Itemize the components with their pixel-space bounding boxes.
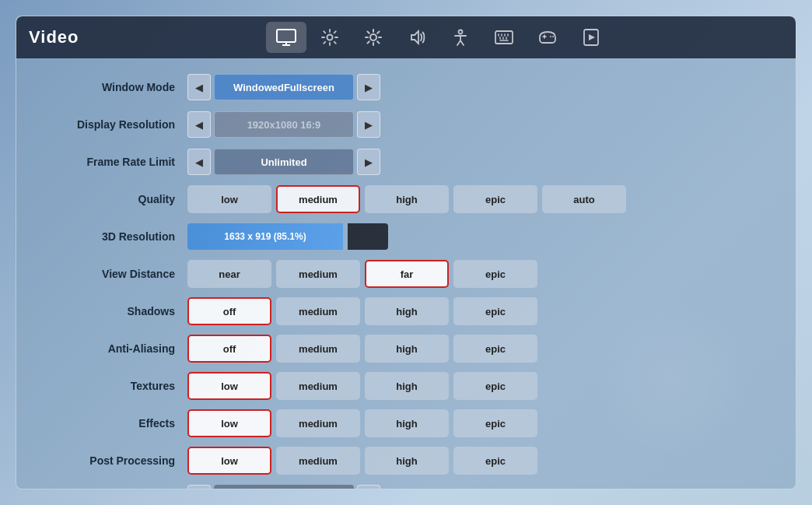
window-mode-value: WindowedFullscreen — [214, 74, 354, 100]
anti-aliasing-high[interactable]: high — [365, 335, 449, 363]
anti-aliasing-label: Anti-Aliasing — [47, 342, 187, 355]
svg-line-12 — [368, 41, 369, 43]
svg-line-9 — [368, 32, 369, 33]
shadows-epic[interactable]: epic — [453, 297, 537, 325]
window-mode-prev[interactable]: ◀ — [187, 74, 211, 100]
display-resolution-prev[interactable]: ◀ — [187, 111, 211, 138]
svg-point-26 — [552, 36, 554, 37]
frame-rate-selector: ◀ Unlimited ▶ — [187, 149, 380, 175]
quality-auto[interactable]: auto — [542, 185, 626, 213]
quality-low[interactable]: low — [187, 185, 271, 213]
page-title: Video — [29, 27, 79, 47]
settings-content: Window Mode ◀ WindowedFullscreen ▶ Displ… — [16, 58, 796, 489]
nav-tabs — [95, 22, 783, 53]
resolution-3d-bar[interactable]: 1633 x 919 (85.1%) — [187, 223, 343, 250]
frame-rate-label: Frame Rate Limit — [47, 156, 187, 168]
svg-line-11 — [377, 32, 379, 33]
tab-keyboard[interactable] — [484, 22, 524, 53]
quality-high[interactable]: high — [365, 185, 449, 213]
svg-rect-0 — [277, 30, 296, 42]
textures-medium[interactable]: medium — [276, 372, 360, 400]
anti-aliasing-group: off medium high epic — [187, 335, 537, 363]
post-processing-label: Post Processing — [47, 454, 187, 467]
navbar: Video — [16, 16, 796, 58]
main-window: Video — [16, 16, 796, 489]
quality-medium[interactable]: medium — [276, 185, 360, 213]
vsync-row: Vsync ◀ Off ▶ — [47, 483, 765, 489]
quality-label: Quality — [47, 193, 187, 205]
anti-aliasing-row: Anti-Aliasing off medium high epic — [47, 334, 765, 363]
frame-rate-next[interactable]: ▶ — [357, 149, 380, 175]
anti-aliasing-off[interactable]: off — [187, 335, 271, 363]
frame-rate-row: Frame Rate Limit ◀ Unlimited ▶ — [47, 147, 765, 177]
svg-point-13 — [459, 30, 463, 34]
display-resolution-selector: ◀ 1920x1080 16:9 ▶ — [187, 111, 380, 138]
view-distance-group: near medium far epic — [187, 260, 537, 288]
vsync-prev[interactable]: ◀ — [187, 485, 211, 489]
textures-epic[interactable]: epic — [453, 372, 537, 400]
svg-line-10 — [377, 41, 379, 43]
textures-label: Textures — [47, 380, 187, 392]
post-processing-group: low medium high epic — [187, 447, 537, 475]
effects-label: Effects — [47, 417, 187, 430]
shadows-high[interactable]: high — [365, 297, 449, 325]
post-processing-epic[interactable]: epic — [453, 447, 537, 475]
frame-rate-prev[interactable]: ◀ — [187, 149, 211, 175]
shadows-row: Shadows off medium high epic — [47, 296, 765, 326]
vsync-next[interactable]: ▶ — [357, 485, 380, 489]
quality-epic[interactable]: epic — [453, 185, 537, 213]
tab-accessibility[interactable] — [440, 22, 481, 53]
tab-monitor[interactable] — [266, 22, 306, 53]
shadows-medium[interactable]: medium — [276, 297, 360, 325]
effects-low[interactable]: low — [187, 409, 271, 437]
window-mode-next[interactable]: ▶ — [357, 74, 380, 100]
resolution-3d-label: 3D Resolution — [47, 230, 187, 243]
frame-rate-value: Unlimited — [214, 149, 354, 175]
post-processing-high[interactable]: high — [365, 447, 449, 475]
tab-settings[interactable] — [310, 22, 350, 53]
display-resolution-row: Display Resolution ◀ 1920x1080 16:9 ▶ — [47, 110, 765, 139]
textures-high[interactable]: high — [365, 372, 449, 400]
effects-medium[interactable]: medium — [276, 409, 360, 437]
shadows-label: Shadows — [47, 305, 187, 317]
view-distance-near[interactable]: near — [187, 260, 271, 288]
shadows-group: off medium high epic — [187, 297, 537, 325]
tab-play[interactable] — [571, 22, 611, 53]
resolution-3d-bar-end — [348, 223, 388, 250]
view-distance-medium[interactable]: medium — [276, 260, 360, 288]
tab-brightness[interactable] — [353, 22, 394, 53]
svg-rect-14 — [495, 31, 513, 44]
svg-marker-28 — [589, 34, 595, 40]
effects-epic[interactable]: epic — [453, 409, 537, 437]
quality-btn-group: low medium high epic auto — [187, 185, 626, 213]
quality-row: Quality low medium high epic auto — [47, 184, 765, 214]
anti-aliasing-medium[interactable]: medium — [276, 335, 360, 363]
post-processing-low[interactable]: low — [187, 447, 271, 475]
view-distance-epic[interactable]: epic — [453, 260, 537, 288]
tab-gamepad[interactable] — [527, 22, 568, 53]
post-processing-row: Post Processing low medium high epic — [47, 446, 765, 475]
window-mode-selector: ◀ WindowedFullscreen ▶ — [187, 74, 380, 100]
display-resolution-value: 1920x1080 16:9 — [214, 111, 354, 138]
effects-group: low medium high epic — [187, 409, 537, 437]
anti-aliasing-epic[interactable]: epic — [453, 335, 537, 363]
view-distance-label: View Distance — [47, 268, 187, 280]
vsync-selector: ◀ Off ▶ — [187, 485, 380, 489]
window-mode-row: Window Mode ◀ WindowedFullscreen ▶ — [47, 72, 765, 102]
vsync-value: Off — [214, 485, 354, 489]
effects-high[interactable]: high — [365, 409, 449, 437]
display-resolution-next[interactable]: ▶ — [357, 111, 380, 138]
view-distance-far[interactable]: far — [365, 260, 449, 288]
textures-low[interactable]: low — [187, 372, 271, 400]
tab-audio[interactable] — [397, 22, 437, 53]
window-mode-label: Window Mode — [47, 81, 187, 93]
textures-row: Textures low medium high epic — [47, 371, 765, 401]
view-distance-row: View Distance near medium far epic — [47, 259, 765, 289]
resolution-3d-row: 3D Resolution 1633 x 919 (85.1%) — [47, 222, 765, 251]
shadows-off[interactable]: off — [187, 297, 271, 325]
svg-point-3 — [327, 35, 333, 40]
resolution-3d-control: 1633 x 919 (85.1%) — [187, 223, 388, 250]
display-resolution-label: Display Resolution — [47, 118, 187, 131]
post-processing-medium[interactable]: medium — [276, 447, 360, 475]
svg-point-4 — [370, 34, 376, 40]
